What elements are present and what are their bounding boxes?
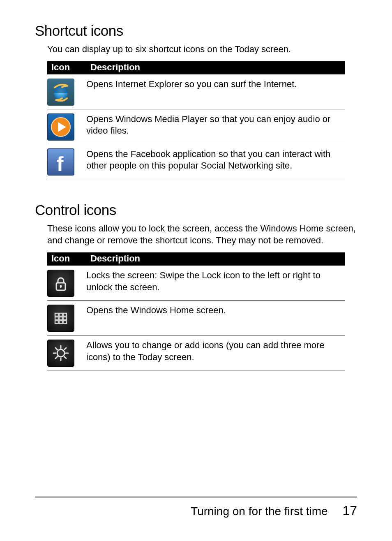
settings-gear-icon: [47, 340, 74, 367]
table-row: Opens Windows Media Player so that you c…: [47, 109, 345, 144]
internet-explorer-icon: [47, 79, 74, 106]
section-heading-control: Control icons: [35, 202, 357, 218]
svg-text:f: f: [57, 153, 64, 174]
svg-rect-12: [59, 317, 62, 320]
svg-line-24: [65, 348, 67, 350]
section-heading-shortcut: Shortcut icons: [35, 23, 357, 39]
svg-rect-14: [55, 321, 58, 324]
footer-chapter: Turning on for the first time: [191, 505, 328, 518]
table-row: Opens Internet Explorer so you can surf …: [47, 74, 345, 109]
facebook-icon: f: [47, 148, 74, 176]
lock-icon: [47, 270, 74, 297]
svg-line-25: [55, 357, 58, 359]
table-cell-desc: Allows you to change or add icons (you c…: [86, 335, 345, 370]
svg-rect-10: [63, 313, 67, 316]
table-header-desc: Description: [86, 252, 345, 266]
table-row: Locks the screen: Swipe the Lock icon to…: [47, 266, 345, 301]
shortcut-icons-table: Icon Description: [47, 61, 345, 179]
table-cell-desc: Opens Windows Media Player so that you c…: [86, 109, 345, 144]
svg-rect-13: [63, 317, 67, 320]
svg-rect-8: [55, 313, 58, 316]
svg-rect-7: [60, 286, 62, 288]
windows-media-player-icon: [47, 113, 74, 141]
table-cell-desc: Opens Internet Explorer so you can surf …: [86, 74, 345, 109]
control-icons-table: Icon Description Locks the screen:: [47, 252, 345, 370]
svg-line-23: [65, 357, 67, 359]
svg-rect-15: [59, 321, 62, 324]
svg-rect-11: [55, 317, 58, 320]
table-row: Allows you to change or add icons (you c…: [47, 335, 345, 370]
svg-rect-16: [63, 321, 67, 324]
section-intro-control: These icons allow you to lock the screen…: [47, 222, 357, 247]
svg-rect-9: [59, 313, 62, 316]
table-header-desc: Description: [86, 61, 345, 74]
home-grid-icon: [47, 305, 74, 332]
page-footer: Turning on for the first time 17: [35, 497, 357, 518]
section-intro-shortcut: You can display up to six shortcut icons…: [47, 43, 357, 55]
table-header-icon: Icon: [47, 61, 86, 74]
table-row: f Opens the Facebook application so that…: [47, 144, 345, 179]
svg-line-22: [55, 348, 58, 350]
table-cell-desc: Locks the screen: Swipe the Lock icon to…: [86, 266, 345, 301]
table-cell-desc: Opens the Facebook application so that y…: [86, 144, 345, 179]
table-cell-desc: Opens the Windows Home screen.: [86, 301, 345, 335]
table-row: Opens the Windows Home screen.: [47, 301, 345, 335]
footer-page-number: 17: [342, 503, 357, 518]
svg-point-17: [57, 349, 65, 357]
table-header-icon: Icon: [47, 252, 86, 266]
